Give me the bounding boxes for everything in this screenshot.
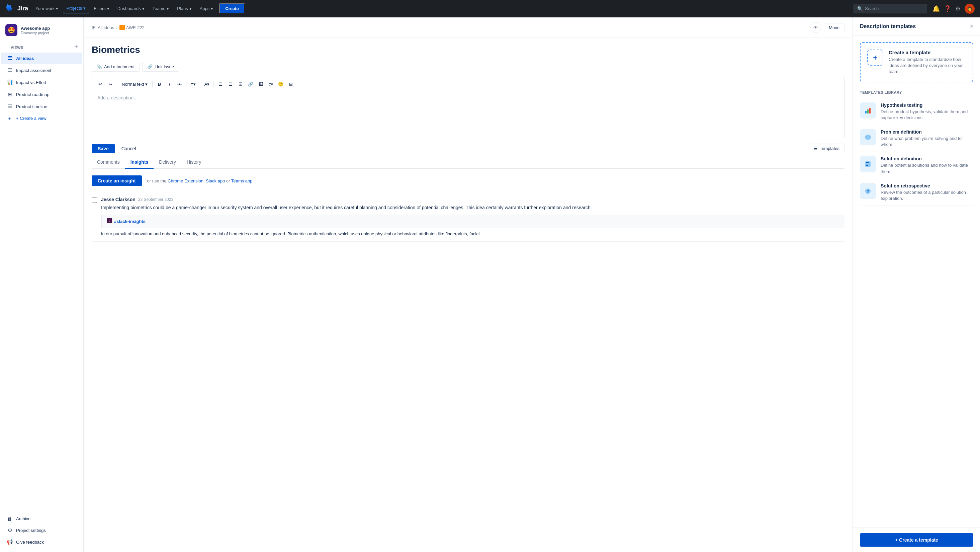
problem-icon: [860, 129, 876, 145]
cancel-button[interactable]: Cancel: [118, 144, 140, 153]
sidebar-item-product-timeline[interactable]: ☰ Product timeline: [2, 101, 82, 112]
bold-button[interactable]: B: [154, 79, 164, 89]
library-label: TEMPLATES LIBRARY: [860, 90, 973, 94]
panel-create-template-button[interactable]: + Create a template: [860, 533, 973, 547]
table-button[interactable]: ⊞: [286, 79, 296, 89]
nav-plans[interactable]: Plans ▾: [173, 4, 195, 13]
chrome-extension-link[interactable]: Chrome Extension: [168, 179, 204, 183]
nav-projects[interactable]: Projects ▾: [63, 4, 89, 13]
nav-dashboards[interactable]: Dashboards ▾: [114, 4, 148, 13]
solution-desc: Define potential solutions and how to va…: [881, 162, 973, 174]
insight-header: Jesse Clarkson 23 September 2023: [101, 197, 845, 202]
text-style-selector[interactable]: Normal text ▾: [119, 81, 150, 88]
notifications-icon[interactable]: 🔔: [932, 5, 940, 13]
tab-comments[interactable]: Comments: [92, 156, 125, 169]
sidebar-project[interactable]: 🤩 Awesome app Discovery project: [0, 21, 83, 41]
toolbar-separator-1: [117, 81, 117, 88]
insight-links: or use the Chrome Extension, Slack app o…: [147, 179, 253, 183]
italic-button[interactable]: I: [165, 79, 174, 89]
nav-teams[interactable]: Teams ▾: [149, 4, 172, 13]
logo-area[interactable]: Jira: [5, 4, 28, 13]
sidebar-item-impact-assesment[interactable]: ☰ Impact assesment: [2, 65, 82, 76]
templates-button[interactable]: ☰ Templates: [809, 144, 845, 153]
watch-button[interactable]: 👁: [810, 22, 821, 33]
template-hypothesis[interactable]: Hypothesis testing Define product hypoth…: [860, 99, 973, 125]
archive-icon: 🗑: [7, 516, 13, 522]
link-button[interactable]: 🔗: [246, 79, 255, 89]
jira-logo-text: Jira: [18, 5, 28, 12]
sidebar-item-all-ideas[interactable]: ☰ All ideas: [2, 53, 82, 64]
help-icon[interactable]: ❓: [944, 5, 951, 13]
project-icon: 🤩: [5, 24, 18, 36]
slack-app-link[interactable]: Slack app: [206, 179, 225, 183]
attachment-icon: 📎: [97, 64, 102, 69]
sidebar-item-project-settings[interactable]: ⚙ Project settings: [2, 525, 82, 536]
align-button[interactable]: ≡▾: [188, 79, 198, 89]
templates-icon: ☰: [814, 146, 818, 151]
issue-icon: !: [119, 25, 125, 30]
tab-insights[interactable]: Insights: [125, 156, 154, 169]
toolbar-separator-4: [200, 81, 200, 88]
topnav: Jira Your work ▾ Projects ▾ Filters ▾ Da…: [0, 0, 980, 18]
tab-delivery[interactable]: Delivery: [154, 156, 181, 169]
search-box[interactable]: 🔍: [854, 4, 927, 13]
panel-header: Description templates ×: [853, 18, 980, 35]
toolbar-separator-3: [186, 81, 186, 88]
slack-icon: #: [107, 218, 112, 225]
insight-checkbox[interactable]: [92, 198, 97, 203]
impact-assesment-icon: ☰: [7, 67, 13, 73]
nav-filters[interactable]: Filters ▾: [90, 4, 113, 13]
teams-app-link[interactable]: Teams app: [231, 179, 253, 183]
settings-icon[interactable]: ⚙: [955, 5, 961, 13]
add-attachment-button[interactable]: 📎 Add attachment: [92, 62, 140, 72]
sidebar-item-archive[interactable]: 🗑 Archive: [2, 513, 82, 524]
create-template-info: Create a template Create a template to s…: [889, 49, 966, 75]
insight-author: Jesse Clarkson: [101, 197, 135, 202]
editor-body[interactable]: Add a description...: [92, 91, 844, 138]
svg-text:?: ?: [867, 189, 869, 194]
create-template-card[interactable]: + Create a template Create a template to…: [860, 42, 973, 82]
slack-channel[interactable]: #slack-insights: [114, 219, 146, 224]
impact-effort-icon: 📊: [7, 79, 13, 85]
slack-body-text: In our pursuit of innovation and enhance…: [101, 231, 845, 237]
image-button[interactable]: 🖼: [256, 79, 265, 89]
breadcrumb-all-ideas[interactable]: All ideas: [98, 25, 114, 30]
panel-close-button[interactable]: ×: [970, 23, 973, 30]
sidebar-item-give-feedback[interactable]: 📢 Give feedback: [2, 536, 82, 548]
link-issue-button[interactable]: 🔗 Link issue: [142, 62, 179, 72]
search-input[interactable]: [865, 6, 923, 11]
problem-desc: Define what problem you're solving and f…: [881, 136, 973, 148]
undo-button[interactable]: ↩: [95, 79, 105, 89]
user-avatar[interactable]: 👩: [965, 4, 975, 14]
redo-button[interactable]: ↪: [105, 79, 115, 89]
footer-left: Save Cancel: [92, 144, 140, 153]
insight-bar: Create an insight or use the Chrome Exte…: [92, 175, 845, 186]
tab-history[interactable]: History: [181, 156, 207, 169]
nav-your-work[interactable]: Your work ▾: [32, 4, 62, 13]
create-button[interactable]: Create: [219, 3, 245, 14]
project-type: Discovery project: [21, 31, 50, 35]
template-retrospective[interactable]: ? Solution retrospective Review the outc…: [860, 179, 973, 206]
checkbox-button[interactable]: ☑: [236, 79, 245, 89]
panel-footer: + Create a template: [853, 528, 980, 552]
emoji-button[interactable]: 🙂: [276, 79, 285, 89]
editor-toolbar: ↩ ↪ Normal text ▾ B I ••• ≡▾ A▾: [92, 77, 844, 91]
mention-button[interactable]: @: [266, 79, 275, 89]
create-insight-button[interactable]: Create an insight: [92, 175, 142, 186]
nav-apps[interactable]: Apps ▾: [196, 4, 217, 13]
save-button[interactable]: Save: [92, 144, 115, 153]
sidebar-item-create-view[interactable]: + + Create a view: [2, 113, 82, 124]
text-color-button[interactable]: A▾: [202, 79, 212, 89]
svg-rect-10: [866, 162, 869, 163]
template-problem[interactable]: Problem definition Define what problem y…: [860, 125, 973, 152]
toolbar-actions: 📎 Add attachment 🔗 Link issue: [92, 62, 845, 72]
add-view-icon[interactable]: +: [74, 43, 78, 51]
sidebar-item-impact-effort[interactable]: 📊 Impact vs Effort: [2, 77, 82, 88]
more-button[interactable]: •••: [175, 79, 184, 89]
template-solution[interactable]: Solution definition Define potential sol…: [860, 152, 973, 179]
move-button[interactable]: Move: [824, 23, 845, 32]
sidebar-item-product-roadmap[interactable]: ⊞ Product roadmap: [2, 89, 82, 100]
ordered-list-button[interactable]: ☰: [226, 79, 235, 89]
tabs: Comments Insights Delivery History: [92, 156, 845, 169]
bullet-list-button[interactable]: ☰: [216, 79, 225, 89]
